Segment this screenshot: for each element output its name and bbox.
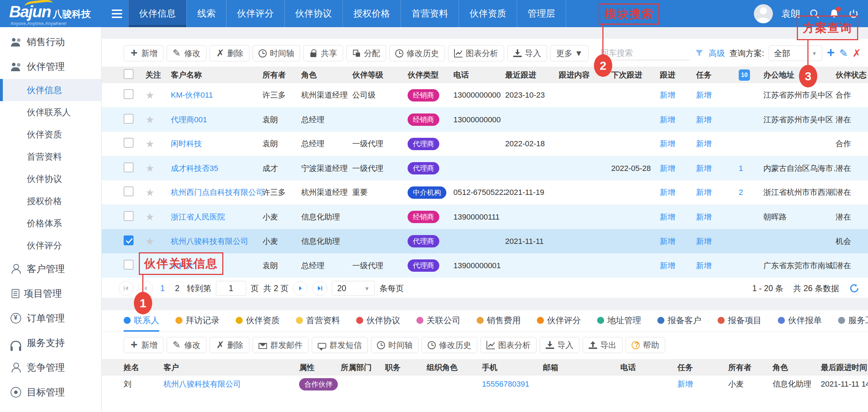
add-task-link[interactable]: 新增 bbox=[696, 213, 712, 221]
toolbar-button[interactable]: 修改 bbox=[167, 337, 206, 353]
table-row[interactable]: ★ 成才科技否35 成才 宁波渠道经理 一级代理 代理商 2022-05-28 … bbox=[102, 156, 868, 180]
contact-customer-link[interactable]: 杭州八骏科技有限公司 bbox=[163, 380, 241, 388]
toolbar-button[interactable]: 群发短信 bbox=[312, 337, 368, 353]
nav-menu-item[interactable]: 伙伴协议 bbox=[284, 0, 342, 27]
toolbar-button[interactable]: 删除 bbox=[210, 45, 249, 61]
add-follow-link[interactable]: 新增 bbox=[660, 261, 675, 270]
add-task-link[interactable]: 新增 bbox=[696, 139, 712, 148]
toolbar-button[interactable]: 删除 bbox=[210, 337, 249, 353]
toolbar-button[interactable]: 图表分析 bbox=[480, 337, 537, 353]
col-header[interactable]: 角色 bbox=[301, 70, 352, 80]
nav-menu-item[interactable]: 伙伴评分 bbox=[226, 0, 284, 27]
follow-count-link[interactable]: 2 bbox=[739, 188, 743, 197]
col-header[interactable]: 邮箱 bbox=[543, 362, 620, 373]
customer-name-link[interactable]: 成才科技否35 bbox=[171, 164, 218, 173]
add-follow-link[interactable]: 新增 bbox=[660, 213, 675, 221]
add-follow-link[interactable]: 新增 bbox=[660, 115, 675, 124]
sidebar-item[interactable]: 伙伴评分 bbox=[0, 234, 101, 257]
add-follow-link[interactable]: 新增 bbox=[660, 188, 675, 197]
related-tab[interactable]: 报备客户 bbox=[657, 310, 701, 332]
related-tab[interactable]: 地址管理 bbox=[597, 310, 641, 332]
related-tab[interactable]: 服务工单 bbox=[838, 310, 868, 332]
follow-count-link[interactable]: 1 bbox=[739, 164, 743, 173]
col-header[interactable]: 手机 bbox=[482, 362, 543, 373]
page-size-select[interactable]: 20 ▼ bbox=[332, 281, 375, 296]
search-input[interactable] bbox=[600, 46, 690, 60]
toolbar-button[interactable]: 修改 bbox=[167, 45, 206, 61]
sidebar-item[interactable]: 授权价格 bbox=[0, 190, 101, 212]
star-icon[interactable]: ★ bbox=[145, 187, 154, 198]
row-checkbox[interactable] bbox=[124, 235, 134, 245]
toolbar-button[interactable]: 新增 bbox=[124, 337, 163, 353]
col-header[interactable]: 客户 bbox=[163, 362, 299, 373]
toolbar-button[interactable]: 群发邮件 bbox=[253, 337, 309, 353]
nav-menu-item[interactable]: 首营资料 bbox=[401, 0, 459, 27]
table-row[interactable]: ★ KM-伙伴011 许三多 杭州渠道经理 公司级 经销商 1300000000… bbox=[102, 83, 868, 107]
add-scheme-icon[interactable]: + bbox=[827, 46, 835, 59]
mobile-link[interactable]: 15556780391 bbox=[482, 380, 529, 388]
row-checkbox[interactable] bbox=[124, 138, 134, 148]
star-icon[interactable]: ★ bbox=[145, 211, 154, 222]
nav-menu-item[interactable]: 授权价格 bbox=[342, 0, 401, 27]
add-task-link[interactable]: 新增 bbox=[696, 115, 712, 124]
row-checkbox[interactable] bbox=[124, 114, 134, 124]
star-icon[interactable]: ★ bbox=[145, 114, 154, 125]
nav-menu-item[interactable]: 管理层 bbox=[517, 0, 566, 27]
first-page-button[interactable] bbox=[119, 281, 134, 296]
star-icon[interactable]: ★ bbox=[145, 163, 154, 174]
add-follow-link[interactable]: 新增 bbox=[660, 164, 675, 173]
user-avatar[interactable] bbox=[754, 4, 773, 23]
toolbar-button[interactable]: 修改历史 bbox=[422, 337, 477, 353]
query-scheme-select[interactable]: 全部 ▼ bbox=[769, 45, 822, 61]
page-number[interactable]: 1 bbox=[157, 284, 168, 293]
toolbar-button[interactable]: 图表分析 bbox=[448, 45, 504, 61]
toolbar-button[interactable]: 新增 bbox=[124, 45, 163, 61]
add-task-link[interactable]: 新增 bbox=[696, 237, 712, 246]
toolbar-button[interactable]: 时间轴 bbox=[253, 45, 300, 61]
related-tab[interactable]: 报备项目 bbox=[718, 310, 762, 332]
sidebar-item[interactable]: 伙伴管理 bbox=[0, 54, 101, 79]
col-header[interactable]: 关注 bbox=[145, 70, 171, 80]
menu-toggle-icon[interactable] bbox=[106, 0, 128, 27]
nav-menu-item[interactable]: 伙伴信息 bbox=[128, 0, 186, 27]
col-header[interactable]: 属性 bbox=[299, 362, 341, 373]
related-tab[interactable]: 关联公司 bbox=[416, 310, 460, 332]
refresh-icon[interactable] bbox=[849, 283, 860, 294]
toolbar-button[interactable]: 导入 bbox=[540, 337, 579, 353]
col-header[interactable]: 伙伴状态 bbox=[836, 70, 867, 80]
table-row[interactable]: ★ 杭州西门点自科技有限公司 许三多 杭州渠道经理 重要 中介机构 0512-6… bbox=[102, 180, 868, 205]
add-task-link[interactable]: 新增 bbox=[696, 188, 712, 197]
toolbar-button[interactable]: 帮助 bbox=[626, 337, 665, 353]
toolbar-button[interactable]: 修改历史 bbox=[389, 45, 445, 61]
related-tab[interactable]: 拜访记录 bbox=[175, 310, 219, 332]
last-page-button[interactable] bbox=[312, 281, 327, 296]
col-header[interactable]: 职务 bbox=[385, 362, 427, 373]
sidebar-item[interactable]: 订单管理 bbox=[0, 306, 101, 331]
add-task-link[interactable]: 新增 bbox=[696, 261, 712, 270]
customer-name-link[interactable]: 杭州八骏科技有限公司 bbox=[171, 237, 248, 246]
sidebar-item[interactable]: 服务支持 bbox=[0, 331, 101, 355]
row-checkbox[interactable] bbox=[124, 162, 134, 172]
star-icon[interactable]: ★ bbox=[145, 90, 154, 101]
table-row[interactable]: ★ 浙江省人民医院 小麦 信息化助理 经销商 13900000111 新增 新增… bbox=[102, 205, 868, 229]
add-follow-link[interactable]: 新增 bbox=[660, 237, 675, 246]
toolbar-button[interactable]: 时间轴 bbox=[371, 337, 418, 353]
toolbar-button[interactable]: 导入 bbox=[507, 45, 547, 61]
col-header[interactable]: 最后跟进时间 bbox=[821, 362, 868, 373]
add-task-link[interactable]: 新增 bbox=[696, 164, 712, 173]
col-header[interactable]: 任务 bbox=[677, 362, 728, 373]
page-number[interactable]: 2 bbox=[172, 284, 182, 293]
col-header[interactable]: 所有者 bbox=[728, 362, 773, 373]
related-tab[interactable]: 伙伴资质 bbox=[236, 310, 280, 332]
row-checkbox[interactable] bbox=[124, 186, 134, 196]
sidebar-item[interactable]: 竞争管理 bbox=[0, 355, 101, 380]
sidebar-item[interactable]: 首营资料 bbox=[0, 146, 101, 168]
row-checkbox[interactable] bbox=[124, 89, 134, 99]
related-tab[interactable]: 伙伴协议 bbox=[356, 310, 400, 332]
customer-name-link[interactable]: KM-伙伴011 bbox=[171, 91, 213, 99]
col-header[interactable]: 最近跟进 bbox=[505, 70, 559, 80]
sidebar-item[interactable]: 销售行动 bbox=[0, 30, 101, 54]
toolbar-button[interactable]: 更多 ▼ bbox=[550, 45, 589, 61]
customer-name-link[interactable]: 闲时科技 bbox=[171, 139, 202, 148]
customer-name-link[interactable]: 浙江省人民医院 bbox=[171, 213, 225, 221]
